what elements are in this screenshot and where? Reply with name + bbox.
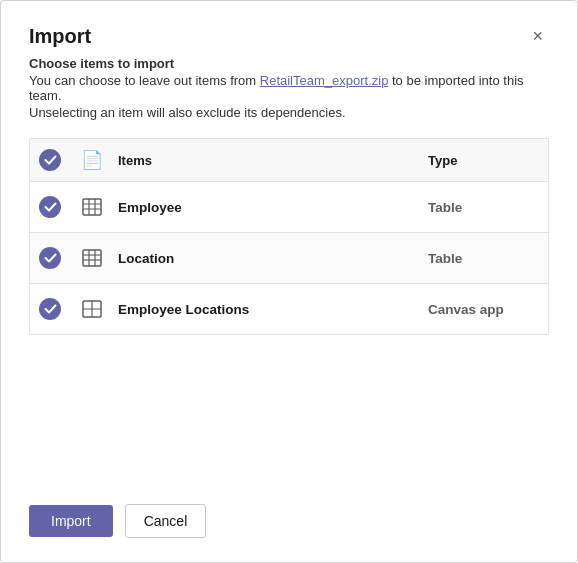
- header-type-label: Type: [428, 153, 548, 168]
- table-header: 📄 Items Type: [30, 139, 548, 182]
- row2-check-circle[interactable]: [39, 247, 61, 269]
- svg-rect-5: [83, 250, 101, 266]
- file-name: RetailTeam_export.zip: [260, 73, 389, 88]
- svg-rect-0: [83, 199, 101, 215]
- page-icon: 📄: [81, 149, 103, 171]
- table-row: Employee Locations Canvas app: [30, 284, 548, 334]
- row1-type: Table: [428, 200, 548, 215]
- header-items-label: Items: [114, 153, 428, 168]
- row3-check[interactable]: [30, 298, 70, 320]
- row1-check-circle[interactable]: [39, 196, 61, 218]
- dialog-title: Import: [29, 25, 91, 48]
- dialog-header: Import ×: [29, 25, 549, 48]
- table-row: Employee Table: [30, 182, 548, 233]
- row3-type-icon: [70, 300, 114, 318]
- header-check-col: [30, 149, 70, 171]
- row3-type: Canvas app: [428, 302, 548, 317]
- close-button[interactable]: ×: [526, 25, 549, 47]
- header-icon-col: 📄: [70, 149, 114, 171]
- row1-check[interactable]: [30, 196, 70, 218]
- import-dialog: Import × Choose items to import You can …: [0, 0, 578, 563]
- description: You can choose to leave out items from R…: [29, 73, 549, 103]
- import-button[interactable]: Import: [29, 505, 113, 537]
- dialog-footer: Import Cancel: [29, 472, 549, 538]
- row3-name: Employee Locations: [114, 302, 428, 317]
- row2-name: Location: [114, 251, 428, 266]
- subtitle: Choose items to import: [29, 56, 549, 71]
- row1-name: Employee: [114, 200, 428, 215]
- table-row: Location Table: [30, 233, 548, 284]
- row2-type-icon: [70, 249, 114, 267]
- cancel-button[interactable]: Cancel: [125, 504, 207, 538]
- note-text: Unselecting an item will also exclude it…: [29, 105, 549, 120]
- row3-check-circle[interactable]: [39, 298, 61, 320]
- items-table: 📄 Items Type: [29, 138, 549, 335]
- row2-type: Table: [428, 251, 548, 266]
- header-check-circle[interactable]: [39, 149, 61, 171]
- row2-check[interactable]: [30, 247, 70, 269]
- row1-type-icon: [70, 198, 114, 216]
